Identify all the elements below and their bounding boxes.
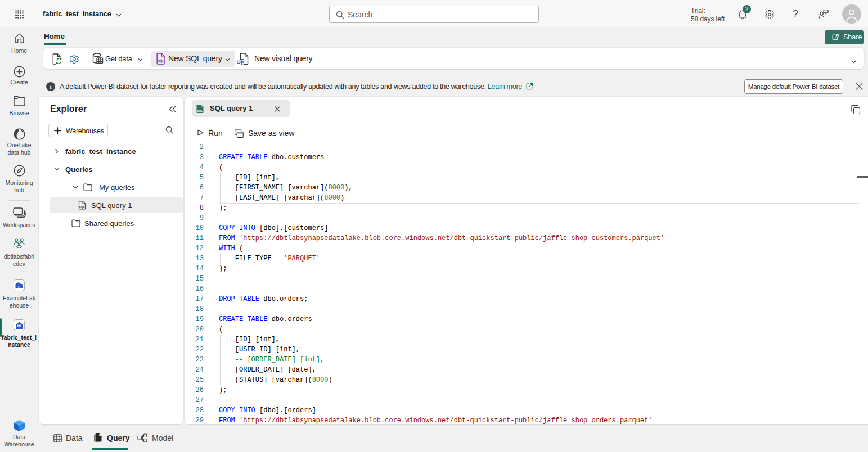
svg-text:SQL: SQL [197, 110, 203, 112]
svg-text:SQL: SQL [79, 206, 85, 209]
svg-text:SQL: SQL [158, 60, 165, 63]
